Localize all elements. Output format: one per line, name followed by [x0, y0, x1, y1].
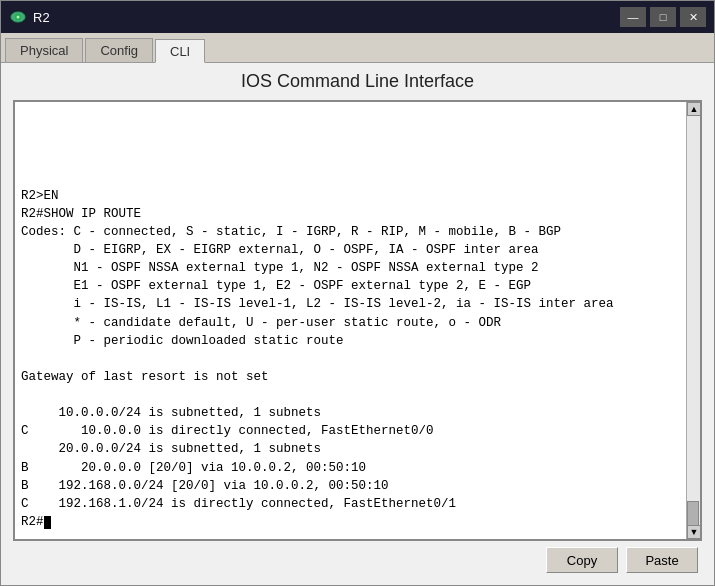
page-title: IOS Command Line Interface — [13, 71, 702, 92]
cli-output[interactable]: R2>EN R2#SHOW IP ROUTE Codes: C - connec… — [15, 102, 686, 539]
tab-physical[interactable]: Physical — [5, 38, 83, 62]
close-button[interactable]: ✕ — [680, 7, 706, 27]
window-controls: — □ ✕ — [620, 7, 706, 27]
title-bar: R2 — □ ✕ — [1, 1, 714, 33]
tab-cli[interactable]: CLI — [155, 39, 205, 63]
paste-button[interactable]: Paste — [626, 547, 698, 573]
scrollbar-up-arrow[interactable]: ▲ — [687, 102, 701, 116]
cli-container: R2>EN R2#SHOW IP ROUTE Codes: C - connec… — [13, 100, 702, 541]
tab-bar: Physical Config CLI — [1, 33, 714, 63]
copy-button[interactable]: Copy — [546, 547, 618, 573]
content-area: IOS Command Line Interface R2>EN R2#SHOW… — [1, 63, 714, 585]
svg-point-2 — [17, 16, 20, 19]
router-icon — [9, 8, 27, 26]
scrollbar-track[interactable]: ▲ ▼ — [686, 102, 700, 539]
window-title: R2 — [33, 10, 620, 25]
scrollbar-down-arrow[interactable]: ▼ — [687, 525, 701, 539]
minimize-button[interactable]: — — [620, 7, 646, 27]
maximize-button[interactable]: □ — [650, 7, 676, 27]
button-bar: Copy Paste — [13, 541, 702, 577]
tab-config[interactable]: Config — [85, 38, 153, 62]
main-window: R2 — □ ✕ Physical Config CLI IOS Command… — [0, 0, 715, 586]
